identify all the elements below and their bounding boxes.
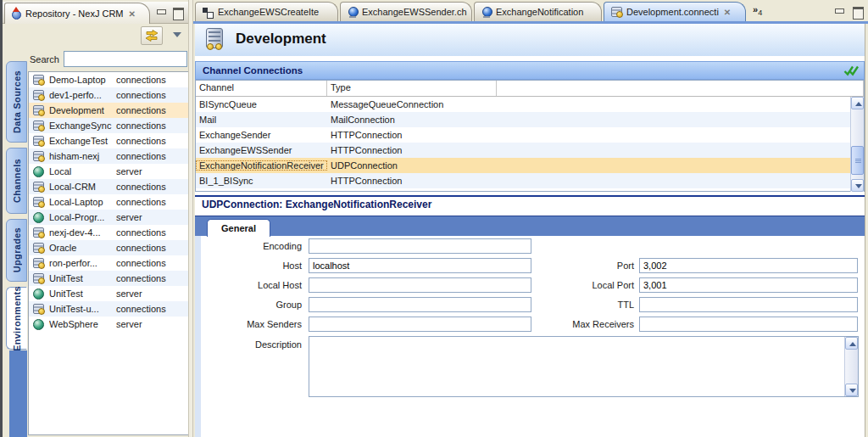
item-type: server	[116, 212, 142, 222]
scroll-down-icon[interactable]	[845, 384, 858, 396]
item-name: nexj-dev-4...	[49, 227, 116, 238]
table-row[interactable]: ExchangeSender HTTPConnection	[196, 127, 864, 143]
detail-tab-bar: General	[195, 216, 865, 236]
minimize-editor-button[interactable]	[834, 7, 844, 16]
scroll-down-icon[interactable]	[851, 179, 864, 192]
item-type: server	[116, 319, 142, 329]
local-port-label: Local Port	[534, 280, 634, 290]
repository-view-tab[interactable]: Repository - NexJ CRM ✕	[4, 3, 150, 24]
table-header: Channel Type	[196, 81, 864, 97]
table-row[interactable]: BI_1_BISync HTTPConnection	[196, 173, 864, 188]
tab-development-connections[interactable]: Development.connecti ✕	[604, 2, 746, 21]
item-type: connections	[116, 273, 166, 283]
cell-channel: ExchangeEWSSender	[196, 145, 327, 155]
table-row[interactable]: BISyncQueue MessageQueueConnection	[196, 97, 864, 112]
max-senders-field[interactable]	[309, 317, 531, 332]
column-type[interactable]: Type	[327, 81, 497, 96]
maximize-view-button[interactable]	[173, 8, 183, 17]
item-name: Development	[49, 105, 116, 115]
list-item-selected[interactable]: Development connections	[29, 103, 188, 118]
tab-label: Channels	[12, 159, 22, 203]
list-item[interactable]: UnitTest-u... connections	[29, 301, 188, 317]
search-row: Search	[28, 51, 188, 70]
tab-label: General	[221, 223, 256, 233]
table-scrollbar[interactable]	[850, 97, 864, 192]
list-item[interactable]: nexj-dev-4... connections	[29, 225, 188, 240]
local-host-field[interactable]	[309, 277, 531, 293]
cell-type: HTTPConnection	[327, 130, 497, 140]
tab-exchangeewssender[interactable]: ExchangeEWSSender.ch	[340, 2, 472, 21]
sidebar-tab-upgrades[interactable]: Upgrades	[6, 219, 27, 282]
table-row[interactable]: ExchangeEWSSender HTTPConnection	[196, 143, 864, 158]
environments-list: Demo-Laptop connections dev1-perfo... co…	[28, 71, 189, 435]
connections-icon	[33, 304, 44, 314]
item-name: Local-Laptop	[49, 197, 116, 207]
list-item[interactable]: UnitTest connections	[29, 271, 188, 286]
connections-icon	[33, 243, 44, 253]
column-empty	[497, 81, 864, 96]
view-toolbar	[3, 25, 188, 48]
item-type: connections	[116, 197, 166, 207]
list-item[interactable]: dev1-perfo... connections	[29, 87, 188, 103]
tab-general[interactable]: General	[207, 219, 270, 237]
sidebar-tab-environments[interactable]: Environments	[6, 287, 27, 350]
maximize-editor-button[interactable]	[853, 7, 863, 16]
description-scrollbar[interactable]	[844, 337, 858, 396]
item-type: connections	[116, 90, 166, 100]
server-icon	[33, 319, 44, 330]
encoding-field[interactable]	[309, 238, 531, 254]
cell-channel: ExchangeNotificationReceiver	[196, 160, 327, 171]
list-item[interactable]: WebSphere server	[29, 317, 188, 332]
sidebar-tab-channels[interactable]: Channels	[6, 148, 27, 214]
item-name: ron-perfor...	[49, 258, 116, 268]
form-gutter	[195, 236, 201, 437]
tab-exchangenotification[interactable]: ExchangeNotification	[474, 2, 602, 21]
port-field[interactable]	[639, 258, 858, 273]
local-port-field[interactable]	[639, 277, 858, 293]
cell-type: HTTPConnection	[327, 145, 497, 155]
host-field[interactable]	[309, 258, 531, 273]
max-receivers-field[interactable]	[639, 317, 858, 332]
column-channel[interactable]: Channel	[196, 81, 327, 96]
item-type: connections	[116, 151, 166, 161]
list-item[interactable]: ExchangeTest connections	[29, 133, 188, 148]
minimize-view-button[interactable]	[156, 8, 166, 17]
table-row[interactable]: Mail MailConnection	[196, 112, 864, 127]
list-item[interactable]: Local-Progr... server	[29, 210, 188, 225]
scrollbar-thumb[interactable]	[851, 146, 864, 175]
search-input[interactable]	[64, 51, 187, 67]
item-type: connections	[116, 243, 166, 253]
connections-icon	[611, 7, 622, 17]
close-icon[interactable]: ✕	[723, 8, 732, 17]
tab-exchangeewscreateite[interactable]: ExchangeEWSCreateIte	[195, 2, 338, 21]
page-title: Development	[236, 31, 326, 48]
group-field[interactable]	[309, 297, 531, 312]
list-item[interactable]: Local server	[29, 164, 188, 179]
view-tab-bar: Repository - NexJ CRM ✕	[3, 2, 188, 24]
description-field[interactable]	[309, 337, 843, 396]
list-item[interactable]: UnitTest server	[29, 286, 188, 301]
item-name: Oracle	[49, 243, 116, 253]
list-item[interactable]: ExchangeSync connections	[29, 118, 188, 133]
list-item[interactable]: Demo-Laptop connections	[29, 72, 188, 87]
table-row-selected[interactable]: ExchangeNotificationReceiver UDPConnecti…	[196, 158, 864, 173]
scroll-up-icon[interactable]	[845, 337, 858, 350]
cell-channel: Mail	[196, 115, 327, 125]
list-item[interactable]: hisham-nexj connections	[29, 148, 188, 164]
close-icon[interactable]: ✕	[128, 9, 136, 19]
view-menu-icon[interactable]	[173, 32, 181, 37]
link-with-editor-button[interactable]	[141, 26, 163, 45]
list-item[interactable]: ron-perfor... connections	[29, 255, 188, 271]
scroll-up-icon[interactable]	[851, 97, 864, 109]
connections-icon	[33, 120, 44, 131]
list-item[interactable]: Local-Laptop connections	[29, 194, 188, 210]
view-title: Repository - NexJ CRM	[25, 8, 124, 19]
item-type: connections	[116, 136, 166, 146]
ttl-field[interactable]	[639, 297, 858, 312]
connections-icon	[33, 273, 44, 283]
tab-overflow-button[interactable]: »4	[753, 4, 762, 17]
list-item[interactable]: Local-CRM connections	[29, 179, 188, 194]
search-label: Search	[30, 54, 59, 64]
list-item[interactable]: Oracle connections	[29, 240, 188, 255]
sidebar-tab-data-sources[interactable]: Data Sources	[6, 61, 27, 143]
